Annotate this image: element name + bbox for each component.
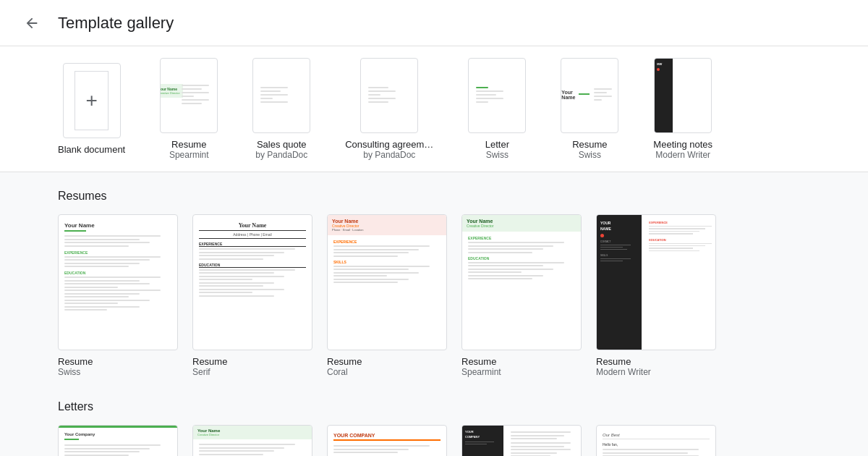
label-resume-serif: Resume: [192, 356, 312, 367]
back-arrow-icon: [24, 15, 40, 31]
quick-sales-quote[interactable]: Sales quote by PandaDoc: [252, 58, 310, 160]
sublabel-resume-serif: Serif: [192, 367, 312, 377]
resume-grid: Your Name Experience Education: [58, 214, 810, 377]
main-content: Resumes Your Name Experience Education: [0, 172, 868, 456]
quick-sublabel-sales: by PandaDoc: [255, 150, 307, 160]
letters-grid: Your Company Letter Swiss: [58, 425, 810, 456]
label-resume-modernwriter: Resume: [596, 356, 716, 367]
header: Template gallery: [0, 0, 868, 46]
label-resume-spearmint: Resume: [461, 356, 582, 367]
template-letter-spearmint[interactable]: Your Name Creative Director Letter Spear…: [192, 425, 312, 456]
quick-thumb-spearmint: Your Name Creative Director: [160, 58, 218, 133]
page-title: Template gallery: [58, 14, 174, 33]
template-resume-modernwriter[interactable]: YOUR NAME CONTACT SKILLS EXPERIENCE: [596, 214, 716, 377]
quick-consulting[interactable]: Consulting agreem… by PandaDoc: [345, 58, 433, 160]
quick-resume-swiss[interactable]: Your Name Resume Swiss: [561, 58, 618, 160]
quick-access-row: + Blank document Your Name Creative Dire…: [0, 46, 868, 172]
quick-sublabel-meeting: Modern Writer: [655, 150, 710, 160]
quick-label-sales: Sales quote: [257, 139, 307, 150]
label-resume-swiss: Resume: [58, 356, 178, 367]
section-title-letters: Letters: [58, 400, 810, 413]
label-resume-coral: Resume: [327, 356, 447, 367]
template-resume-serif[interactable]: Your Name Address | Phone | Email Experi…: [192, 214, 312, 377]
quick-sublabel-spearmint: Spearmint: [169, 150, 209, 160]
blank-thumb: +: [63, 63, 121, 138]
quick-letter-swiss[interactable]: Letter Swiss: [468, 58, 526, 160]
section-resumes: Resumes Your Name Experience Education: [58, 190, 810, 377]
quick-label-blank: Blank document: [58, 144, 125, 155]
section-letters: Letters Your Company Letter: [58, 400, 810, 456]
thumb-letter-modern: YOUR COMPANY: [461, 425, 582, 456]
sublabel-resume-modernwriter: Modern Writer: [596, 367, 716, 377]
quick-label-meeting: Meeting notes: [653, 139, 712, 150]
back-button[interactable]: [17, 9, 46, 38]
quick-label-spearmint: Resume: [171, 139, 206, 150]
quick-thumb-sales: [252, 58, 310, 133]
template-letter-modern[interactable]: YOUR COMPANY: [461, 425, 582, 456]
quick-sublabel-resume-swiss: Swiss: [579, 150, 601, 160]
sublabel-resume-coral: Coral: [327, 367, 447, 377]
template-resume-swiss[interactable]: Your Name Experience Education: [58, 214, 178, 377]
quick-label-consulting: Consulting agreem…: [345, 139, 433, 150]
thumb-letter-swiss: Your Company: [58, 425, 178, 456]
quick-thumb-meeting: MW: [654, 58, 712, 133]
quick-thumb-consulting: [360, 58, 418, 133]
quick-thumb-resume-swiss: Your Name: [561, 58, 618, 133]
thumb-resume-modernwriter: YOUR NAME CONTACT SKILLS EXPERIENCE: [596, 214, 716, 350]
thumb-letter-coral: YOUR COMPANY: [327, 425, 447, 456]
thumb-resume-serif: Your Name Address | Phone | Email Experi…: [192, 214, 312, 350]
quick-thumb-letter-swiss: [468, 58, 526, 133]
thumb-resume-spearmint: Your Name Creative Director Experience E…: [461, 214, 582, 350]
thumb-resume-swiss: Your Name Experience Education: [58, 214, 178, 350]
template-letter-swiss[interactable]: Your Company Letter Swiss: [58, 425, 178, 456]
thumb-letter-spearmint: Your Name Creative Director: [192, 425, 312, 456]
thumb-letter-rosey: Our Best Hello fan,: [596, 425, 716, 456]
quick-resume-spearmint[interactable]: Your Name Creative Director Resume Spear…: [160, 58, 218, 160]
quick-sublabel-letter-swiss: Swiss: [486, 150, 509, 160]
quick-sublabel-consulting: by PandaDoc: [363, 150, 415, 160]
quick-meeting-notes[interactable]: MW Meeting notes Modern Writer: [653, 58, 712, 160]
template-resume-coral[interactable]: Your Name Creative Director Phone · Emai…: [327, 214, 447, 377]
thumb-resume-coral: Your Name Creative Director Phone · Emai…: [327, 214, 447, 350]
quick-blank[interactable]: + Blank document: [58, 63, 125, 155]
template-resume-spearmint[interactable]: Your Name Creative Director Experience E…: [461, 214, 582, 377]
sublabel-resume-swiss: Swiss: [58, 367, 178, 377]
sublabel-resume-spearmint: Spearmint: [461, 367, 582, 377]
template-letter-rosey[interactable]: Our Best Hello fan, Letter Rosey: [596, 425, 716, 456]
quick-label-resume-swiss: Resume: [572, 139, 607, 150]
quick-label-letter-swiss: Letter: [485, 139, 509, 150]
section-title-resumes: Resumes: [58, 190, 810, 203]
template-letter-coral[interactable]: YOUR COMPANY Letter Coral: [327, 425, 447, 456]
